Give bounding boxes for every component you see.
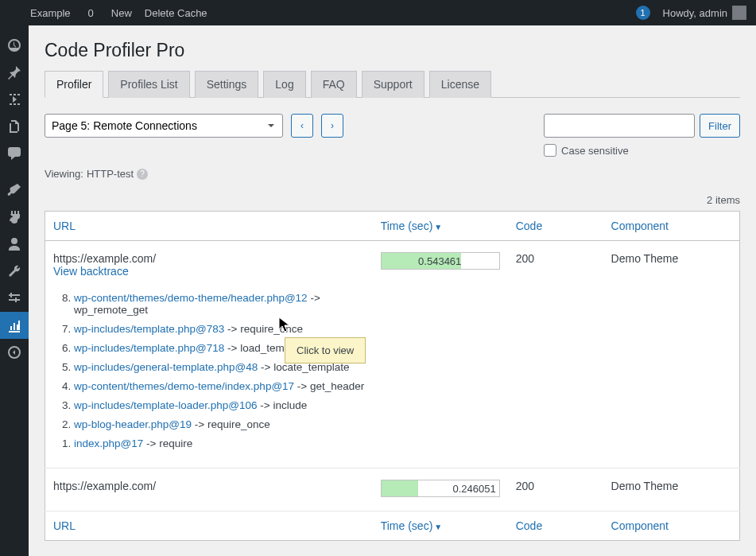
items-count: 2 items [45,194,740,206]
admin-sidebar [0,25,29,556]
col-component-header[interactable]: Component [611,220,669,232]
pin-icon [6,64,22,80]
sidebar-comments[interactable] [0,140,29,167]
case-sensitive-checkbox[interactable]: Case sensitive [544,144,629,157]
backtrace-item: wp-includes/template.php@718 -> load_tem… [74,342,365,354]
tab-log[interactable]: Log [263,71,305,98]
dashboard-icon [6,37,22,53]
backtrace-file-link[interactable]: wp-includes/template-loader.php@106 [74,399,258,411]
backtrace-list: wp-content/themes/demo-theme/header.php@… [74,292,365,449]
backtrace-file-link[interactable]: wp-blog-header.php@19 [74,418,192,430]
col-code-header[interactable]: Code [516,220,542,232]
collapse-icon [6,344,22,360]
filter-button[interactable]: Filter [700,114,740,138]
new-content[interactable]: New [100,0,138,25]
admin-bar: Example 0 New Delete Cache 1 Howdy, admi… [0,0,756,25]
sidebar-pages[interactable] [0,113,29,140]
site-name: Example [30,7,71,19]
sidebar-settings[interactable] [0,285,29,312]
avatar [732,6,746,20]
backtrace-item: index.php@17 -> require [74,437,365,449]
col-url-header[interactable]: URL [53,220,76,232]
row-url: https://example.com/ [53,480,365,492]
sidebar-media[interactable] [0,86,29,113]
backtrace-item: wp-content/themes/demo-teme/index.php@17… [74,380,365,392]
view-backtrace-link[interactable]: View backtrace [53,265,129,278]
viewing-line: Viewing: HTTP-test ? [45,168,740,180]
howdy-text: Howdy, admin [663,7,727,19]
time-bar: 0.246051 [381,480,500,497]
backtrace-file-link[interactable]: wp-includes/template.php@718 [74,342,224,354]
time-bar: 0.543461 [381,252,500,270]
table-row: https://example.com/View backtracewp-con… [45,241,740,469]
row-code: 200 [508,469,603,511]
tab-faq[interactable]: FAQ [311,71,357,98]
tab-license[interactable]: License [429,71,491,98]
wrench-icon [6,263,22,279]
comments[interactable]: 0 [77,0,100,25]
table-row: https://example.com/0.246051200Demo Them… [45,469,740,511]
checkbox-icon [544,144,556,157]
col-code-footer[interactable]: Code [516,519,542,532]
row-component: Demo Theme [603,241,740,469]
plug-icon [6,209,22,225]
sort-desc-icon: ▼ [434,523,442,531]
backtrace-item: wp-includes/template.php@783 -> require_… [74,323,365,335]
sidebar-users[interactable] [0,231,29,258]
col-component-footer[interactable]: Component [611,519,669,532]
page-select[interactable]: Page 5: Remote Connections [45,114,283,138]
filter-input[interactable] [544,114,695,138]
prev-page-button[interactable]: ‹ [291,114,313,138]
time-value: 0.246051 [452,480,495,496]
backtrace-file-link[interactable]: wp-includes/general-template.php@48 [74,361,258,373]
sidebar-plugins[interactable] [0,204,29,231]
tab-support[interactable]: Support [362,71,425,98]
backtrace-item: wp-includes/general-template.php@48 -> l… [74,361,365,373]
cursor-icon [278,317,291,334]
brush-icon [6,182,22,198]
my-account[interactable]: Howdy, admin [657,0,750,25]
site-home[interactable]: Example [19,0,77,25]
backtrace-item: wp-includes/template-loader.php@106 -> i… [74,399,365,411]
wp-logo[interactable] [6,0,19,25]
col-time-header[interactable]: Time (sec)▼ [381,220,443,232]
sidebar-dashboard[interactable] [0,32,29,59]
nav-tabs: ProfilerProfiles ListSettingsLogFAQSuppo… [45,71,740,98]
sidebar-posts[interactable] [0,59,29,86]
page-title: Code Profiler Pro [45,40,740,61]
next-page-button[interactable]: › [321,114,343,138]
backtrace-file-link[interactable]: wp-content/themes/demo-teme/index.php@17 [74,380,294,392]
results-table: URL Time (sec)▼ Code Component https://e… [45,211,740,541]
backtrace-item: wp-content/themes/demo-theme/header.php@… [74,292,365,316]
row-component: Demo Theme [603,469,740,511]
chart-icon [6,317,22,333]
row-code: 200 [508,241,603,469]
col-time-footer[interactable]: Time (sec)▼ [381,519,443,532]
backtrace-item: wp-blog-header.php@19 -> require_once [74,418,365,430]
backtrace-file-link[interactable]: wp-includes/template.php@783 [74,323,224,335]
user-icon [6,236,22,252]
col-url-footer[interactable]: URL [53,519,76,532]
toolbar: Page 5: Remote Connections ‹ › Filter Ca… [45,114,740,157]
pages-icon [6,119,22,134]
media-icon [6,91,22,107]
notification-badge[interactable]: 1 [636,6,650,20]
comment-count: 0 [88,7,94,19]
tab-settings[interactable]: Settings [195,71,259,98]
sort-desc-icon: ▼ [434,223,442,231]
tab-profiles-list[interactable]: Profiles List [108,71,189,98]
sidebar-appearance[interactable] [0,177,29,204]
delete-cache[interactable]: Delete Cache [138,0,214,25]
new-label: New [111,7,132,19]
backtrace-file-link[interactable]: wp-content/themes/demo-theme/header.php@… [74,292,308,304]
sidebar-tools[interactable] [0,258,29,285]
row-url: https://example.com/ [53,252,365,265]
backtrace-file-link[interactable]: index.php@17 [74,437,143,449]
help-icon[interactable]: ? [137,169,148,180]
tab-profiler[interactable]: Profiler [45,71,103,98]
time-value: 0.543461 [418,253,461,269]
sidebar-profiler[interactable] [0,312,29,339]
comments-icon [6,146,22,161]
sidebar-collapse[interactable] [0,339,29,366]
sliders-icon [6,290,22,306]
